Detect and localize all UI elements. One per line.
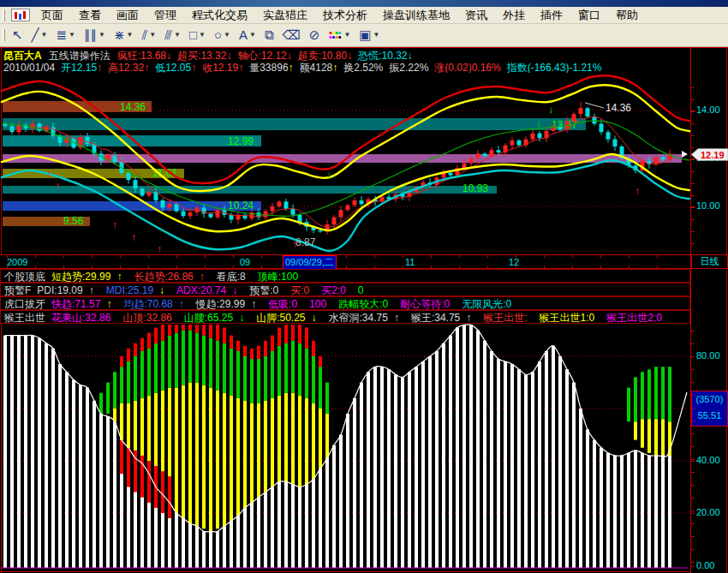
x-axis-tick (148, 255, 149, 258)
x-axis-label-4: 12 (509, 257, 519, 267)
indicator-histogram-chart[interactable] (0, 324, 690, 571)
dropdown-caret-icon[interactable]: ▼ (224, 27, 230, 43)
row1-field-text-4: 买:0 (290, 284, 309, 296)
x-axis-tick (600, 266, 601, 268)
rectangle-tool-icon: □ (189, 27, 197, 43)
dropdown-caret-icon[interactable]: ▼ (127, 27, 134, 43)
y-axis-tick (691, 566, 695, 567)
indicator-row-label[interactable]: 个股顶底 (4, 271, 45, 283)
indicator-value-text-1: 超买:13.32 (177, 50, 226, 61)
indicator-method-name: 五线谱操作法 (49, 50, 110, 61)
dropdown-caret-icon[interactable]: ▼ (149, 27, 156, 43)
dropdown-caret-icon[interactable]: ▼ (98, 27, 105, 43)
dropdown-caret-icon[interactable]: ▼ (249, 27, 256, 43)
svg-text:↑: ↑ (131, 231, 136, 243)
row1-field-0: PDI:19.09↑ (37, 284, 99, 296)
x-axis-tick (63, 266, 64, 268)
x-axis-tick (572, 266, 573, 268)
row2-field-text-0: 快趋:71.57 (51, 298, 100, 310)
main-candlestick-chart[interactable]: 14.3613.6712.9911.6110.9310.249.56↑↑↑↑↑↑… (0, 73, 690, 254)
row1-field-text-5: 买2:0 (321, 284, 346, 296)
menu-item-2[interactable]: 画面 (109, 6, 146, 25)
palette-tool[interactable]: ▼ (325, 27, 353, 44)
dropdown-caret-icon[interactable]: ▼ (199, 27, 206, 43)
indicator-row-label[interactable]: 预警F (4, 284, 31, 296)
indicator-row-label[interactable]: 猴王出世 (4, 312, 45, 324)
row2-field-1: 均趋:70.68↑ (123, 298, 189, 310)
x-axis-tick (205, 266, 206, 268)
menu-item-4[interactable]: 程式化交易 (184, 6, 255, 25)
ellipse-tool[interactable]: ○▼ (212, 27, 233, 44)
quote-field-text-8: 振2.22% (389, 62, 428, 73)
hatch-lines-tool-icon: ⫻ (164, 27, 172, 43)
menu-item-9[interactable]: 外挂 (495, 6, 533, 25)
x-axis-tick (629, 266, 630, 268)
indicator-value-3: 超卖:10.80↓ (298, 50, 352, 61)
quote-field-text-1: 开12.15 (61, 62, 97, 73)
svg-text:9.56: 9.56 (63, 215, 84, 227)
fan-lines-tool[interactable]: ⋇▼ (111, 27, 136, 44)
row0-field-2: 看底:8 (217, 271, 252, 283)
dropdown-caret-icon[interactable]: ▼ (41, 27, 48, 43)
eraser-tool[interactable]: ⌫ (280, 27, 303, 44)
y-axis-tick (691, 459, 695, 460)
rectangle-tool[interactable]: □▼ (187, 27, 208, 44)
pointer-tool[interactable]: ↖ (9, 27, 26, 44)
menu-item-12[interactable]: 帮助 (608, 6, 646, 25)
y-axis-tick (691, 195, 695, 196)
menu-item-1[interactable]: 查看 (71, 6, 109, 25)
dropdown-caret-icon[interactable]: ▼ (174, 27, 181, 43)
no-draw-tool[interactable]: ⊘ (307, 27, 323, 44)
row0-field-0: 短趋势:29.99↑ (51, 271, 128, 283)
trend-arrow-icon: ↓ (226, 50, 231, 61)
toolbar-grip[interactable] (3, 29, 5, 41)
indicator-value-text-4: 恐慌:10.32 (358, 50, 407, 61)
channel-tool[interactable]: ⫽▼ (139, 27, 158, 44)
row0-field-text-0: 短趋势:29.99 (51, 271, 110, 283)
hatch-lines-tool[interactable]: ⫻▼ (162, 27, 183, 44)
menu-item-6[interactable]: 技术分析 (315, 6, 375, 25)
row2-field-5: 跌幅较大:0 (338, 298, 394, 310)
stock-name[interactable]: 昆百大A (3, 50, 42, 61)
save-tool[interactable]: ▣▼ (356, 27, 382, 44)
row3-field-1: 山顶:32.86 (122, 312, 177, 324)
indicator-row-1: 预警FPDI:19.09↑MDI:25.19↓ADX:20.74↓预警:0买:0… (0, 283, 690, 296)
copy-tool[interactable]: ⧉ (262, 27, 277, 44)
dropdown-caret-icon[interactable]: ▼ (343, 27, 350, 43)
indicator-value-4: 恐慌:10.32↓ (358, 50, 412, 61)
menu-item-7[interactable]: 操盘训练基地 (375, 6, 457, 25)
menu-item-8[interactable]: 资讯 (457, 6, 495, 25)
text-tool[interactable]: A▼ (236, 27, 259, 44)
menu-item-10[interactable]: 插件 (533, 6, 570, 25)
y-axis-tick (691, 498, 695, 498)
price-axis-column: 14.0012.0010.00 12.19 日线 (3570) 55.51 80… (690, 48, 728, 573)
trend-lines-tool[interactable]: ≣▼ (54, 27, 79, 44)
row3-field-3: 山脚:50.25↓ (256, 312, 322, 324)
trend-arrow-icon: ↓ (312, 312, 317, 324)
menu-item-11[interactable]: 窗口 (570, 6, 608, 25)
menu-item-3[interactable]: 管理 (146, 6, 184, 25)
indicator-value-2: 轴心:12.12↓ (237, 50, 291, 61)
trend-arrow-icon: ↑ (179, 298, 184, 310)
row2-field-7: 无限风光:0 (462, 298, 517, 310)
y-axis-tick (691, 523, 695, 524)
indicator-value-text-3: 超卖:10.80 (298, 50, 347, 61)
period-selector[interactable]: 日线 (691, 254, 728, 269)
copy-tool-icon: ⧉ (265, 27, 274, 43)
menubar-grip[interactable] (3, 9, 5, 21)
menu-item-5[interactable]: 实盘猎庄 (255, 6, 315, 25)
dropdown-caret-icon[interactable]: ▼ (373, 27, 379, 43)
indicator-row-label[interactable]: 虎口拔牙 (4, 298, 45, 310)
quote-field-10: 指数(-166.43)-1.21% (507, 62, 602, 73)
quote-field-0: 2010/01/04 (3, 62, 55, 73)
x-axis-tick (487, 266, 488, 268)
x-axis-tick (92, 255, 92, 258)
row2-field-text-7: 无限风光:0 (462, 298, 511, 310)
menu-item-0[interactable]: 页面 (33, 6, 71, 25)
indicator-value-text-2: 轴心:12.12 (237, 50, 286, 61)
trend-arrow-icon: ↓ (347, 50, 352, 61)
dropdown-caret-icon[interactable]: ▼ (69, 27, 75, 43)
line-tool[interactable]: ╱▼ (29, 27, 51, 44)
vertical-lines-tool[interactable]: ∥∥▼ (81, 27, 108, 44)
pointer-tool-icon: ↖ (12, 27, 23, 43)
